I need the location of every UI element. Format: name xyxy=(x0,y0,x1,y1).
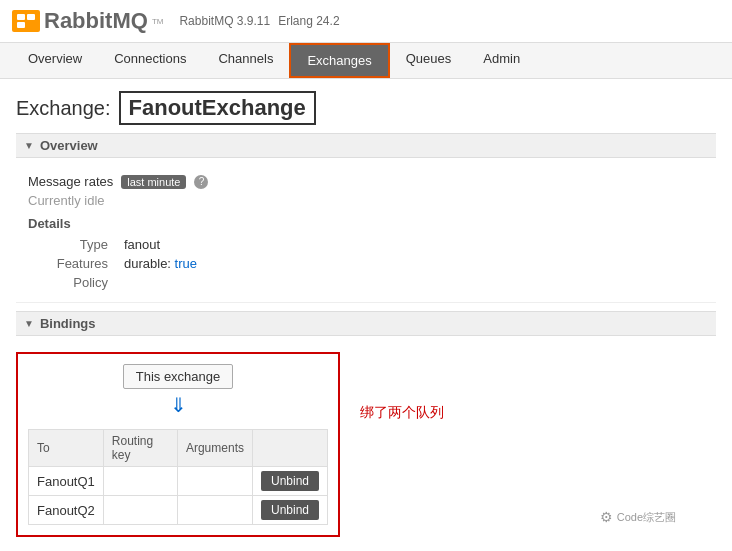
nav-admin[interactable]: Admin xyxy=(467,43,536,78)
col-arguments: Arguments xyxy=(177,430,252,467)
rabbitmq-version: RabbitMQ 3.9.11 xyxy=(179,14,270,28)
unbind-button-1[interactable]: Unbind xyxy=(261,471,319,491)
main-nav: Overview Connections Channels Exchanges … xyxy=(0,43,732,79)
table-row: FanoutQ2 Unbind xyxy=(29,496,328,525)
version-info: RabbitMQ 3.9.11 Erlang 24.2 xyxy=(179,14,339,28)
page-title-label: Exchange: xyxy=(16,97,111,120)
overview-collapse-icon: ▼ xyxy=(24,140,34,151)
bindings-table-header-row: To Routing key Arguments xyxy=(29,430,328,467)
bindings-section-label: Bindings xyxy=(40,316,96,331)
message-rates-row: Message rates last minute ? xyxy=(28,174,704,189)
watermark-icon: ⚙ xyxy=(600,509,613,525)
table-row: FanoutQ1 Unbind xyxy=(29,467,328,496)
svg-rect-2 xyxy=(17,22,25,28)
watermark: ⚙ Code综艺圈 xyxy=(600,509,676,525)
detail-policy-key: Policy xyxy=(28,275,108,290)
main-area: ▼ Bindings This exchange ⇓ To Routing ke… xyxy=(16,311,716,545)
page-title-value: FanoutExchange xyxy=(119,91,316,125)
overview-section-label: Overview xyxy=(40,138,98,153)
bindings-section-header[interactable]: ▼ Bindings xyxy=(16,311,716,336)
overview-section-content: Message rates last minute ? Currently id… xyxy=(16,166,716,303)
currently-idle: Currently idle xyxy=(28,193,704,208)
logo-text: RabbitMQ xyxy=(44,8,148,34)
content: Exchange: FanoutExchange ▼ Overview Mess… xyxy=(0,79,732,551)
detail-features-value: durable: true xyxy=(124,256,197,271)
this-exchange-button[interactable]: This exchange xyxy=(123,364,234,389)
binding-arguments-2 xyxy=(177,496,252,525)
watermark-text: Code综艺圈 xyxy=(617,510,676,525)
detail-features-row: Features durable: true xyxy=(28,256,704,271)
bindings-content: This exchange ⇓ To Routing key Arguments xyxy=(16,352,340,537)
annotation-area: 绑了两个队列 xyxy=(360,404,444,422)
help-icon[interactable]: ? xyxy=(194,175,208,189)
col-routing-key: Routing key xyxy=(103,430,177,467)
bindings-collapse-icon: ▼ xyxy=(24,318,34,329)
bindings-table: To Routing key Arguments FanoutQ1 xyxy=(28,429,328,525)
detail-policy-row: Policy xyxy=(28,275,704,290)
nav-queues[interactable]: Queues xyxy=(390,43,468,78)
binding-action-2: Unbind xyxy=(252,496,327,525)
logo: RabbitMQ TM xyxy=(12,8,163,34)
details-section: Details Type fanout Features durable: tr… xyxy=(28,216,704,290)
erlang-version: Erlang 24.2 xyxy=(278,14,339,28)
svg-rect-1 xyxy=(27,14,35,20)
message-rates-label: Message rates xyxy=(28,174,113,189)
page-title: Exchange: FanoutExchange xyxy=(16,91,716,125)
nav-overview[interactable]: Overview xyxy=(12,43,98,78)
binding-action-1: Unbind xyxy=(252,467,327,496)
detail-type-value: fanout xyxy=(124,237,160,252)
message-rates-badge[interactable]: last minute xyxy=(121,175,186,189)
arrow-down-icon: ⇓ xyxy=(170,393,187,417)
detail-features-key: Features xyxy=(28,256,108,271)
binding-to-1: FanoutQ1 xyxy=(29,467,104,496)
binding-arguments-1 xyxy=(177,467,252,496)
col-action xyxy=(252,430,327,467)
header: RabbitMQ TM RabbitMQ 3.9.11 Erlang 24.2 xyxy=(0,0,732,43)
details-title: Details xyxy=(28,216,704,231)
col-to: To xyxy=(29,430,104,467)
detail-type-row: Type fanout xyxy=(28,237,704,252)
bindings-table-body: FanoutQ1 Unbind FanoutQ2 xyxy=(29,467,328,525)
binding-routing-key-2 xyxy=(103,496,177,525)
overview-section-header[interactable]: ▼ Overview xyxy=(16,133,716,158)
binding-routing-key-1 xyxy=(103,467,177,496)
binding-to-2: FanoutQ2 xyxy=(29,496,104,525)
nav-connections[interactable]: Connections xyxy=(98,43,202,78)
logo-tm: TM xyxy=(152,17,164,26)
svg-rect-0 xyxy=(17,14,25,20)
nav-channels[interactable]: Channels xyxy=(202,43,289,78)
bindings-header-row: This exchange ⇓ xyxy=(28,364,328,421)
bindings-table-head: To Routing key Arguments xyxy=(29,430,328,467)
logo-icon xyxy=(12,10,40,32)
unbind-button-2[interactable]: Unbind xyxy=(261,500,319,520)
detail-type-key: Type xyxy=(28,237,108,252)
annotation-text: 绑了两个队列 xyxy=(360,404,444,420)
nav-exchanges[interactable]: Exchanges xyxy=(289,43,389,78)
